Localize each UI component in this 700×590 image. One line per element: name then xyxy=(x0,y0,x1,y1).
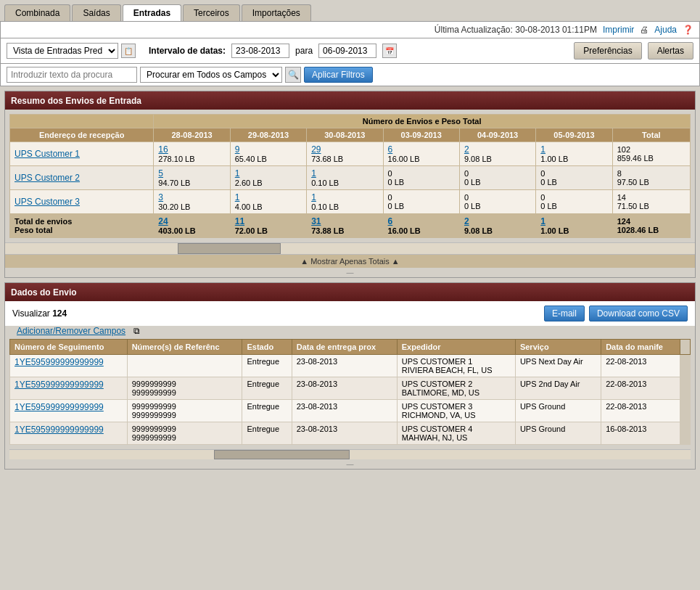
summary-cell: 00 LB xyxy=(383,166,459,190)
summary-cell: 29.08 LB xyxy=(459,142,535,166)
ship-data-header: Dados do Envio xyxy=(5,283,695,301)
th-ref: Número(s) de Referênc xyxy=(127,340,242,355)
summary-total-count-link[interactable]: 2 xyxy=(464,216,469,226)
track-number-link[interactable]: 1YE595999999999999 xyxy=(15,425,104,435)
delivery-date-cell: 23-08-2013 xyxy=(292,355,397,377)
delivery-date-cell: 23-08-2013 xyxy=(292,377,397,400)
tab-importacoes[interactable]: Importações xyxy=(242,4,311,21)
col-date6: 05-09-2013 xyxy=(536,128,612,142)
summary-address-link[interactable]: UPS Customer 2 xyxy=(15,173,80,183)
status-cell: Entregue xyxy=(242,377,292,400)
visualizar-count: 124 xyxy=(52,308,67,319)
track-number-link[interactable]: 1YE595999999999999 xyxy=(15,357,104,367)
summary-total-count-link[interactable]: 31 xyxy=(311,216,321,226)
ship-header-bar: Visualizar 124 E-mail Download como CSV xyxy=(5,301,695,326)
summary-row-total: 14 71.50 LB xyxy=(612,190,690,214)
manifest-date-cell: 22-08-2013 xyxy=(601,400,680,422)
col-date3: 30-08-2013 xyxy=(307,128,383,142)
track-number-link[interactable]: 1YE595999999999999 xyxy=(15,380,104,390)
summary-total-count-link[interactable]: 24 xyxy=(158,216,168,226)
summary-total-count-link[interactable]: 11 xyxy=(235,216,244,226)
summary-count-link[interactable]: 1 xyxy=(311,168,316,179)
shipper-cell: UPS CUSTOMER 1 RIVIERA BEACH, FL, US xyxy=(397,355,515,377)
calendar-icon-btn[interactable]: 📅 xyxy=(382,44,397,58)
reference-cell: 9999999999 9999999999 xyxy=(127,400,242,422)
summary-count-link[interactable]: 9 xyxy=(235,144,240,155)
controls-bar: Vista de Entradas Pred 📋 Intervalo de da… xyxy=(0,38,700,64)
print-link[interactable]: Imprimir xyxy=(603,25,634,35)
summary-cell: 00 LB xyxy=(459,190,535,214)
add-remove-fields-link[interactable]: Adicionar/Remover Campos xyxy=(11,323,131,339)
reference-cell: 9999999999 9999999999 xyxy=(127,422,242,445)
summary-title: Resumo dos Envios de Entrada xyxy=(11,96,141,106)
tab-combinada[interactable]: Combinada xyxy=(4,4,70,21)
download-csv-button[interactable]: Download como CSV xyxy=(589,306,688,321)
preferences-button[interactable]: Preferências xyxy=(574,42,641,60)
summary-address-link[interactable]: UPS Customer 1 xyxy=(15,149,80,159)
summary-h-scroll[interactable] xyxy=(5,242,695,254)
email-button[interactable]: E-mail xyxy=(544,306,585,321)
summary-cell: 11.00 LB xyxy=(536,142,612,166)
summary-count-link[interactable]: 1 xyxy=(235,168,240,179)
summary-count-link[interactable]: 1 xyxy=(311,192,316,202)
scroll-col-cell xyxy=(680,355,691,377)
apply-filters-button[interactable]: Aplicar Filtros xyxy=(304,67,373,83)
view-icon-btn[interactable]: 📋 xyxy=(121,44,136,58)
service-cell: UPS Ground xyxy=(515,400,601,422)
summary-total-count-link[interactable]: 1 xyxy=(540,216,545,226)
summary-count-link[interactable]: 1 xyxy=(235,192,240,202)
view-select[interactable]: Vista de Entradas Pred xyxy=(7,43,118,59)
summary-grand-total: 1241028.46 LB xyxy=(612,214,690,238)
summary-row-total: 102 859.46 LB xyxy=(612,142,690,166)
manifest-date-cell: 22-08-2013 xyxy=(601,377,680,400)
search-input[interactable] xyxy=(7,67,137,83)
summary-count-link[interactable]: 2 xyxy=(464,144,469,155)
summary-address-link[interactable]: UPS Customer 3 xyxy=(15,197,80,207)
help-link[interactable]: Ajuda xyxy=(654,25,677,35)
summary-total-cell: 24403.00 LB xyxy=(154,214,230,238)
summary-total-count-link[interactable]: 6 xyxy=(388,216,393,226)
ship-table-wrap: Número de Seguimento Número(s) de Referê… xyxy=(5,339,695,449)
summary-total-label: Total de enviosPeso total xyxy=(10,214,154,238)
ship-data-section: Dados do Envio Visualizar 124 E-mail Dow… xyxy=(4,282,696,470)
summary-count-link[interactable]: 6 xyxy=(388,144,393,155)
tab-entradas[interactable]: Entradas xyxy=(123,4,181,21)
tab-saidas[interactable]: Saídas xyxy=(72,4,120,21)
summary-count-link[interactable]: 16 xyxy=(158,144,168,155)
col-date2: 29-08-2013 xyxy=(230,128,306,142)
table-row: 1YE5959999999999999999999999 9999999999E… xyxy=(10,377,691,400)
date-to-input[interactable] xyxy=(318,44,376,58)
table-row: 1YE595999999999999Entregue23-08-2013UPS … xyxy=(10,355,691,377)
manifest-date-cell: 16-08-2013 xyxy=(601,422,680,445)
date-from-input[interactable] xyxy=(231,44,289,58)
summary-section: Resumo dos Envios de Entrada Número de E… xyxy=(4,91,696,278)
date-range-label: Intervalo de datas: xyxy=(149,46,226,56)
th-shipper: Expedidor xyxy=(397,340,515,355)
reference-cell: 9999999999 9999999999 xyxy=(127,377,242,400)
ship-h-scroll[interactable] xyxy=(9,449,691,459)
summary-cell: 616.00 LB xyxy=(383,142,459,166)
search-scope-select[interactable]: Procurar em Todos os Campos xyxy=(140,67,282,83)
last-update-label: Última Actualização: 30-08-2013 01:11PM xyxy=(435,25,597,35)
summary-cell: 965.40 LB xyxy=(230,142,306,166)
summary-total-cell: 3173.88 LB xyxy=(307,214,383,238)
summary-cell: 16278.10 LB xyxy=(154,142,230,166)
search-go-button[interactable]: 🔍 xyxy=(285,67,301,83)
summary-count-link[interactable]: 3 xyxy=(158,192,163,202)
col-date5: 04-09-2013 xyxy=(459,128,535,142)
col-total: Total xyxy=(612,128,690,142)
alerts-button[interactable]: Alertas xyxy=(648,42,693,60)
track-number-link[interactable]: 1YE595999999999999 xyxy=(15,402,104,412)
summary-count-link[interactable]: 5 xyxy=(158,168,163,179)
summary-count-link[interactable]: 1 xyxy=(540,144,545,155)
tab-terceiros[interactable]: Terceiros xyxy=(183,4,240,21)
th-status: Estado xyxy=(242,340,292,355)
reference-cell xyxy=(127,355,242,377)
col-date1: 28-08-2013 xyxy=(154,128,230,142)
service-cell: UPS Next Day Air xyxy=(515,355,601,377)
summary-count-link[interactable]: 29 xyxy=(311,144,321,155)
th-delivery: Data de entrega prox xyxy=(292,340,397,355)
show-totals-button[interactable]: ▲ Mostrar Apenas Totais ▲ xyxy=(5,254,695,268)
status-cell: Entregue xyxy=(242,422,292,445)
ship-header-left: Visualizar 124 xyxy=(12,308,67,319)
